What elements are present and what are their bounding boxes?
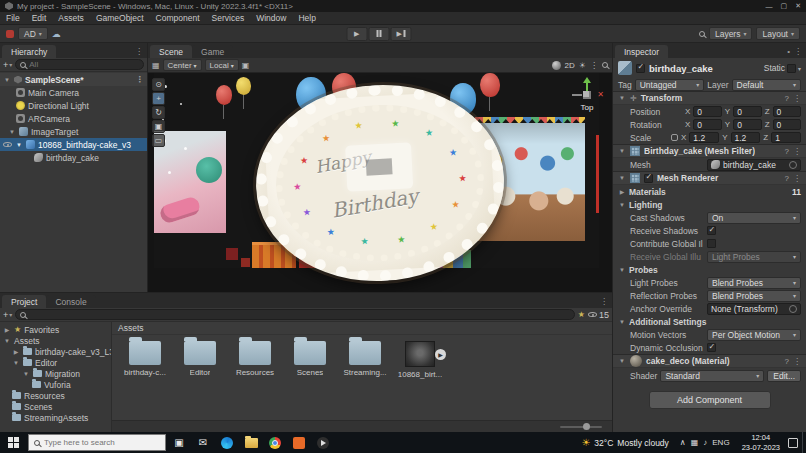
tree-favorites[interactable]: ▶ ★ Favorites: [0, 324, 111, 335]
scale-tool-button[interactable]: ▣: [152, 120, 165, 133]
shader-edit-button[interactable]: Edit...: [767, 370, 801, 382]
gizmo-view-label[interactable]: Top: [570, 103, 604, 112]
hierarchy-search[interactable]: [15, 59, 144, 70]
help-icon[interactable]: ?: [785, 94, 789, 103]
scale-y-field[interactable]: 1.2: [731, 132, 761, 143]
pivot-dropdown[interactable]: Center▾: [163, 59, 202, 71]
position-x-field[interactable]: 0: [693, 106, 721, 117]
foldout-icon[interactable]: ▼: [3, 338, 11, 344]
mail-app-icon[interactable]: ✉: [192, 432, 214, 453]
additional-settings-foldout[interactable]: ▼ Additional Settings: [613, 315, 806, 328]
uniform-scale-link-icon[interactable]: [671, 134, 678, 141]
cloud-icon[interactable]: ☁: [52, 29, 61, 39]
menu-file[interactable]: File: [0, 12, 26, 24]
hierarchy-item-main-camera[interactable]: Main Camera: [0, 86, 147, 99]
light-probes-dropdown[interactable]: Blend Probes: [707, 277, 801, 289]
rect-tool-button[interactable]: ▭: [152, 134, 165, 147]
hierarchy-item-directional-light[interactable]: Directional Light: [0, 99, 147, 112]
materials-foldout[interactable]: ▶ Materials 11: [613, 185, 806, 198]
pause-button[interactable]: [368, 27, 389, 41]
foldout-icon[interactable]: ▼: [12, 360, 20, 366]
favorite-star-icon[interactable]: ★: [578, 310, 585, 319]
rotate-tool-button[interactable]: ↻: [152, 106, 165, 119]
chrome-browser-icon[interactable]: [264, 432, 286, 453]
task-view-button[interactable]: ▣: [168, 432, 190, 453]
file-item[interactable]: Resources: [232, 341, 278, 420]
motion-vectors-dropdown[interactable]: Per Object Motion: [707, 329, 801, 341]
search-icon[interactable]: [699, 31, 705, 37]
lighting-foldout[interactable]: ▼ Lighting: [613, 198, 806, 211]
transform-header[interactable]: ▼ ✛ Transform ? ⋮: [613, 91, 806, 105]
file-item-model[interactable]: ▶ 10868_birt...: [397, 341, 443, 420]
material-header[interactable]: ▼ cake_deco (Material) ? ⋮: [613, 354, 806, 368]
rotation-z-field[interactable]: 0: [773, 119, 801, 130]
foldout-icon[interactable]: ▼: [618, 148, 626, 154]
thumbnail-size-slider[interactable]: [560, 426, 602, 428]
mesh-filter-header[interactable]: ▼ Birthday_cake (Mesh Filter) ? ⋮: [613, 144, 806, 158]
menu-gameobject[interactable]: GameObject: [90, 12, 150, 24]
more-icon[interactable]: ⋮: [793, 147, 801, 156]
menu-window[interactable]: Window: [250, 12, 292, 24]
tab-game[interactable]: Game: [192, 45, 233, 58]
taskbar-search[interactable]: [28, 434, 166, 451]
file-explorer-icon[interactable]: [240, 432, 262, 453]
help-icon[interactable]: ?: [785, 174, 789, 183]
foldout-icon[interactable]: ▼: [3, 77, 11, 83]
gizmo-y-axis[interactable]: [586, 79, 588, 91]
add-component-button[interactable]: Add Component: [649, 391, 771, 409]
foldout-icon[interactable]: ▼: [8, 129, 16, 135]
gizmo-x-negative[interactable]: ✕: [597, 90, 604, 99]
birthday-cake-model[interactable]: ★★★★★★★★★★★★★★ Happy Birthday: [251, 78, 509, 287]
panel-menu-icon[interactable]: ⋮: [794, 47, 802, 56]
cast-shadows-dropdown[interactable]: On: [707, 212, 801, 224]
foldout-icon[interactable]: ▼: [618, 95, 626, 101]
tree-item[interactable]: StreamingAssets: [0, 412, 111, 423]
tree-item[interactable]: Vuforia: [0, 379, 111, 390]
more-icon[interactable]: ⋮: [793, 357, 801, 366]
foldout-icon[interactable]: ▼: [618, 267, 626, 273]
view-tool-button[interactable]: ⊙: [152, 78, 165, 91]
play-preview-icon[interactable]: ▶: [435, 349, 446, 360]
shader-dropdown[interactable]: Standard: [660, 370, 764, 382]
file-item[interactable]: Editor: [177, 341, 223, 420]
foldout-icon[interactable]: ▼: [618, 358, 626, 364]
foldout-icon[interactable]: ▼: [22, 371, 30, 377]
panel-menu-icon[interactable]: ⋮: [600, 297, 608, 306]
taskbar-clock[interactable]: 12:04 23-07-2023: [736, 433, 786, 452]
toggle-2d-button[interactable]: 2D: [565, 61, 575, 70]
volume-icon[interactable]: ♪: [703, 438, 707, 447]
show-desktop-button[interactable]: [802, 432, 806, 453]
action-center-icon[interactable]: [788, 438, 798, 448]
hidden-items-count[interactable]: 15: [588, 310, 609, 320]
play-button[interactable]: ▶: [346, 27, 367, 41]
tab-hierarchy[interactable]: Hierarchy: [2, 45, 56, 58]
more-icon[interactable]: ⋮: [793, 174, 801, 183]
tree-assets-root[interactable]: ▼ Assets: [0, 335, 111, 346]
scale-z-field[interactable]: 1: [771, 132, 801, 143]
project-search-input[interactable]: [29, 310, 570, 319]
close-button[interactable]: ✕: [795, 2, 801, 10]
renderer-enabled-checkbox[interactable]: [644, 174, 653, 183]
scene-viewport[interactable]: ★★★★★★★★★★★★★★ Happy Birthday ⊙ + ↻ ▣ ▭: [148, 73, 612, 292]
tree-item[interactable]: Resources: [0, 390, 111, 401]
active-checkbox[interactable]: [636, 64, 645, 73]
foldout-icon[interactable]: ▶: [3, 326, 11, 333]
lock-icon[interactable]: •: [787, 47, 790, 56]
foldout-icon[interactable]: ▼: [618, 175, 626, 181]
maximize-button[interactable]: ▢: [781, 2, 788, 10]
taskbar-search-input[interactable]: [44, 438, 160, 447]
object-picker-icon[interactable]: [789, 161, 797, 169]
foldout-icon[interactable]: ▼: [618, 319, 626, 325]
tag-dropdown[interactable]: Untagged: [635, 79, 705, 91]
rotation-x-field[interactable]: 0: [693, 119, 721, 130]
hierarchy-search-input[interactable]: [29, 60, 139, 69]
tree-item[interactable]: Scenes: [0, 401, 111, 412]
file-item[interactable]: birthday-c...: [122, 341, 168, 420]
foldout-icon[interactable]: ▼: [15, 142, 23, 148]
help-icon[interactable]: ?: [785, 147, 789, 156]
hierarchy-item-birthday-cake-v3[interactable]: ▼ 10868_birthday-cake_v3: [0, 138, 147, 151]
file-item[interactable]: Scenes: [287, 341, 333, 420]
hierarchy-add-button[interactable]: +▾: [3, 60, 12, 70]
rotation-y-field[interactable]: 0: [733, 119, 761, 130]
foldout-icon[interactable]: ▶: [618, 188, 626, 195]
